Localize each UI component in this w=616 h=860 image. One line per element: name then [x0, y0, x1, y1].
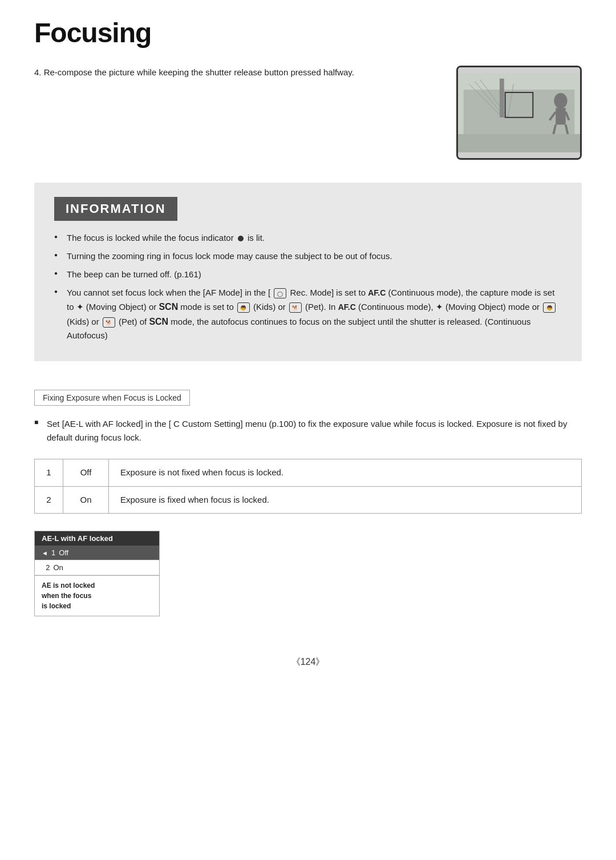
svg-rect-6 — [500, 79, 504, 118]
camera-screen-inner — [458, 67, 580, 158]
afc-label-1: AF.C — [368, 288, 386, 297]
info-bullet-3: The beep can be turned off. (p.161) — [54, 268, 562, 281]
menu-item-2-label: On — [53, 563, 63, 572]
table-cell-desc-1: Exposure is not fixed when focus is lock… — [109, 459, 582, 487]
afc-label-2: AF.C — [338, 302, 356, 312]
section-label: Fixing Exposure when Focus is Locked — [34, 390, 190, 406]
table-row: 2 On Exposure is fixed when focus is loc… — [35, 486, 582, 514]
info-bullet-1: The focus is locked while the focus indi… — [54, 231, 562, 245]
menu-item-2: 2 On — [35, 560, 159, 575]
info-bullet-4-text6: (Kids) or — [253, 302, 288, 312]
menu-item-1-selected: ◄ 1 Off — [35, 546, 159, 560]
intro-step: 4. Re-compose the picture while keeping … — [34, 66, 439, 79]
info-bullet-4-text5: mode is set to — [180, 302, 236, 312]
svg-rect-14 — [458, 134, 580, 152]
info-bullet-2: Turning the zooming ring in focus lock m… — [54, 249, 562, 263]
table-cell-desc-2: Exposure is fixed when focus is locked. — [109, 486, 582, 514]
info-bullet-4-text11: (Pet) of — [119, 317, 149, 326]
table-row: 1 Off Exposure is not fixed when focus i… — [35, 459, 582, 487]
pet-icon-2: 🐕 — [103, 317, 115, 328]
kids-icon-2: 👦 — [543, 302, 556, 313]
info-bullet-4-text10: (Kids) or — [67, 317, 102, 326]
moving-object-icon-2: ✦ — [436, 302, 443, 312]
menu-caption-line2: when the focus — [42, 591, 152, 601]
info-bullet-1-text-before: The focus is locked while the focus indi… — [67, 233, 236, 243]
menu-caption-line3: is locked — [42, 601, 152, 611]
info-bullet-4-text4: (Moving Object) or — [86, 302, 159, 312]
table-cell-number-1: 1 — [35, 459, 63, 487]
rec-mode-icon: ◯ — [274, 288, 286, 298]
fixing-section: Fixing Exposure when Focus is Locked Set… — [34, 390, 582, 633]
menu-arrow-icon: ◄ — [42, 550, 48, 556]
camera-status-bar: ● 30 F4.5 00 — [458, 158, 580, 160]
kids-icon-1: 👦 — [237, 302, 250, 313]
intro-section: 4. Re-compose the picture while keeping … — [34, 66, 582, 160]
camera-illustration: ● 30 F4.5 00 — [456, 66, 582, 160]
moving-object-icon-1: ✦ — [76, 302, 84, 312]
info-bullet-1-text-after: is lit. — [248, 233, 265, 243]
info-bullet-4-text7: (Pet). In — [305, 302, 338, 312]
menu-screenshot: AE-L with AF locked ◄ 1 Off 2 On AE is n… — [34, 531, 160, 616]
info-bullet-2-text: Turning the zooming ring in focus lock m… — [67, 251, 392, 261]
info-bullet-4: You cannot set focus lock when the [AF M… — [54, 286, 562, 342]
information-list: The focus is locked while the focus indi… — [54, 231, 562, 342]
table-cell-number-2: 2 — [35, 486, 63, 514]
menu-title: AE-L with AF locked — [35, 531, 159, 546]
information-header: INFORMATION — [54, 197, 177, 221]
menu-item-2-number: 2 — [42, 563, 50, 572]
information-box: INFORMATION The focus is locked while th… — [34, 183, 582, 361]
info-bullet-3-text: The beep can be turned off. (p.161) — [67, 269, 201, 279]
svg-point-8 — [554, 93, 567, 108]
fixing-description: Set [AE-L with AF locked] in the [ C Cus… — [34, 417, 582, 445]
table-cell-option-1: Off — [63, 459, 109, 487]
focus-indicator-icon — [238, 236, 244, 241]
camera-screen: ● 30 F4.5 00 — [456, 66, 582, 160]
page-title: Focusing — [34, 17, 582, 49]
menu-caption: AE is not locked when the focus is locke… — [35, 575, 159, 616]
menu-item-1-label: Off — [59, 548, 68, 557]
scn-label-1: SCN — [159, 302, 178, 312]
menu-caption-line1: AE is not locked — [42, 580, 152, 591]
page: Focusing 4. Re-compose the picture while… — [0, 0, 616, 860]
pet-icon-1: 🐕 — [289, 302, 302, 313]
table-cell-option-2: On — [63, 486, 109, 514]
intro-text: 4. Re-compose the picture while keeping … — [34, 66, 439, 79]
svg-rect-9 — [556, 108, 566, 124]
options-table: 1 Off Exposure is not fixed when focus i… — [34, 459, 582, 514]
info-bullet-4-text: You cannot set focus lock when the [AF M… — [67, 288, 273, 297]
scn-label-2: SCN — [149, 317, 168, 326]
info-bullet-4-text8: (Continuous mode), — [358, 302, 436, 312]
info-bullet-4-text2: Rec. Mode] is set to — [290, 288, 368, 297]
menu-item-1-number: 1 — [51, 548, 55, 557]
info-bullet-4-text9: (Moving Object) mode or — [445, 302, 542, 312]
page-number: 《124》 — [34, 656, 582, 668]
